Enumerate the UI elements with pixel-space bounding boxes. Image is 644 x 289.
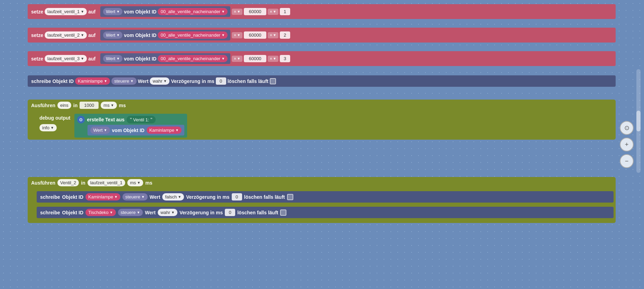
- wert-label-s3: Wert: [145, 210, 156, 215]
- value-3: 3: [280, 55, 290, 62]
- variable-dropdown-2[interactable]: laufzeit_ventil_2 ▼: [45, 31, 87, 39]
- ausfuhren-label-1: Ausführen: [31, 103, 55, 108]
- vom-label-1: vom Objekt ID: [124, 9, 156, 15]
- objekt-id-label-1: Objekt ID: [53, 78, 74, 84]
- multiply-3: × ▼: [232, 56, 242, 62]
- gear-icon[interactable]: ⚙: [77, 116, 85, 123]
- objekt-id-label-2: Objekt ID: [62, 194, 83, 200]
- object-dropdown-3[interactable]: 00_alle_ventile_nacheinander ▼: [158, 55, 228, 62]
- variable-dropdown-3[interactable]: laufzeit_ventil_3 ▼: [45, 55, 87, 62]
- schreibe-label-1: schreibe: [31, 78, 51, 84]
- schreibe-label-3: schreibe: [40, 210, 60, 215]
- ventil2-dropdown[interactable]: Ventil_2: [57, 179, 79, 186]
- vom-label-2: vom Objekt ID: [124, 32, 156, 38]
- vertical-scrollbar[interactable]: [636, 69, 641, 173]
- loschen-checkbox-3[interactable]: [280, 209, 286, 216]
- block-setze-2: setze laufzeit_ventil_2 ▼ auf Wert ▼ vom…: [28, 27, 616, 43]
- loschen-label-2: löschen falls läuft: [244, 194, 285, 200]
- ausfuhren-label-2: Ausführen: [31, 180, 55, 186]
- verzogerung-label-1: Verzögerung in ms: [171, 78, 214, 84]
- multiply2-3: × ▼: [268, 56, 278, 62]
- loschen-label-1: löschen falls läuft: [228, 78, 268, 84]
- caret-icon-1: ▼: [81, 10, 84, 13]
- eins-dropdown[interactable]: eins: [57, 102, 71, 109]
- info-dropdown[interactable]: info ▼: [39, 124, 57, 131]
- ms-label-1: ms: [119, 103, 126, 108]
- loschen-checkbox-2[interactable]: [287, 194, 293, 200]
- number-input-3[interactable]: [244, 55, 266, 62]
- ausfuhren-block-2: Ausführen Ventil_2 in laufzeit_ventil_1 …: [28, 176, 616, 223]
- ms-input-1[interactable]: [80, 102, 99, 109]
- tischdeko-dropdown[interactable]: Tischdeko ▼: [85, 209, 116, 216]
- setze-label-2: setze: [31, 32, 43, 38]
- laufzeit-dropdown[interactable]: laufzeit_ventil_1: [88, 179, 125, 186]
- kaminlampe-debug-dropdown[interactable]: Kaminlampe ▼: [147, 127, 182, 134]
- ms-dropdown-2[interactable]: ms ▼: [127, 179, 143, 186]
- value-1: 1: [280, 8, 290, 15]
- wert-dropdown-1[interactable]: Wert ▼: [103, 8, 122, 15]
- verzogerung-label-3: Verzögerung in ms: [180, 210, 223, 215]
- value-2: 2: [280, 31, 290, 39]
- minus-button[interactable]: −: [620, 154, 634, 168]
- vom-label-3: vom Objekt ID: [124, 56, 156, 62]
- delay-3: 0: [225, 209, 235, 216]
- ms-dropdown-1[interactable]: ms ▼: [101, 102, 117, 109]
- falsch-dropdown[interactable]: falsch ▼: [162, 193, 184, 201]
- kaminlampe-dropdown-2[interactable]: Kaminlampe ▼: [85, 193, 120, 201]
- in-label-2: in: [81, 180, 85, 186]
- wert-dropdown-2[interactable]: Wert ▼: [103, 31, 122, 39]
- multiply-1: × ▼: [232, 9, 242, 15]
- wert-dropdown-debug[interactable]: Wert ▼: [90, 127, 110, 134]
- wahr-dropdown-1[interactable]: wahr ▼: [150, 77, 169, 85]
- wahr-dropdown-3[interactable]: wahr ▼: [158, 209, 177, 216]
- objekt-id-label-3: Objekt ID: [62, 210, 83, 215]
- target-button[interactable]: ⊙: [620, 121, 634, 135]
- block-schreibe-1: schreibe Objekt ID Kaminlampe ▼ steuere …: [28, 75, 616, 87]
- delay-1: 0: [216, 77, 226, 85]
- wert-label-s2: Wert: [150, 194, 160, 200]
- auf-label-1: auf: [88, 9, 95, 15]
- delay-2: 0: [232, 193, 242, 201]
- vom-label-debug: vom Objekt ID: [112, 128, 145, 133]
- setze-label-1: setze: [31, 9, 43, 15]
- variable-dropdown-1[interactable]: laufzeit_ventil_1 ▼: [45, 8, 87, 15]
- auf-label-3: auf: [88, 56, 95, 62]
- wert-label-r4: Wert: [138, 78, 149, 84]
- steuere-dropdown-2[interactable]: steuere ▼: [122, 193, 147, 201]
- steuere-dropdown-3[interactable]: steuere ▼: [118, 209, 143, 216]
- object-dropdown-1[interactable]: 00_alle_ventile_nacheinander ▼: [158, 8, 228, 15]
- schreibe-label-2: schreibe: [40, 194, 60, 200]
- wert-dropdown-3[interactable]: Wert ▼: [103, 55, 122, 62]
- debug-output-label: debug output: [39, 115, 70, 121]
- plus-button[interactable]: +: [620, 138, 634, 151]
- multiply-2: × ▼: [232, 32, 242, 38]
- erstelle-label: erstelle Text aus: [87, 117, 125, 122]
- setze-label-3: setze: [31, 56, 43, 62]
- ausfuhren-block-1: Ausführen eins in ms ▼ ms debug output: [28, 99, 616, 140]
- verzogerung-label-2: Verzögerung in ms: [186, 194, 229, 200]
- ms-label-2: ms: [145, 180, 152, 186]
- ventil-pill: " Ventil 1: ": [127, 116, 156, 123]
- loschen-label-3: löschen falls läuft: [237, 210, 278, 215]
- in-label-1: in: [73, 103, 77, 108]
- multiply2-2: × ▼: [268, 32, 278, 38]
- scrollbar-thumb[interactable]: [636, 111, 641, 131]
- nav-controls: ⊙ + −: [620, 121, 634, 168]
- kaminlampe-dropdown-1[interactable]: Kaminlampe ▼: [75, 77, 110, 85]
- block-setze-3: setze laufzeit_ventil_3 ▼ auf Wert ▼ vom…: [28, 50, 616, 67]
- number-input-2[interactable]: [244, 31, 266, 39]
- auf-label-2: auf: [88, 32, 95, 38]
- number-input-1[interactable]: [244, 8, 266, 15]
- block-setze-1: setze laufzeit_ventil_1 ▼ auf Wert ▼ vom…: [28, 3, 616, 20]
- object-dropdown-2[interactable]: 00_alle_ventile_nacheinander ▼: [158, 31, 228, 39]
- multiply2-1: × ▼: [268, 9, 278, 15]
- steuere-dropdown-1[interactable]: steuere ▼: [111, 77, 136, 85]
- loschen-checkbox-1[interactable]: [270, 78, 276, 84]
